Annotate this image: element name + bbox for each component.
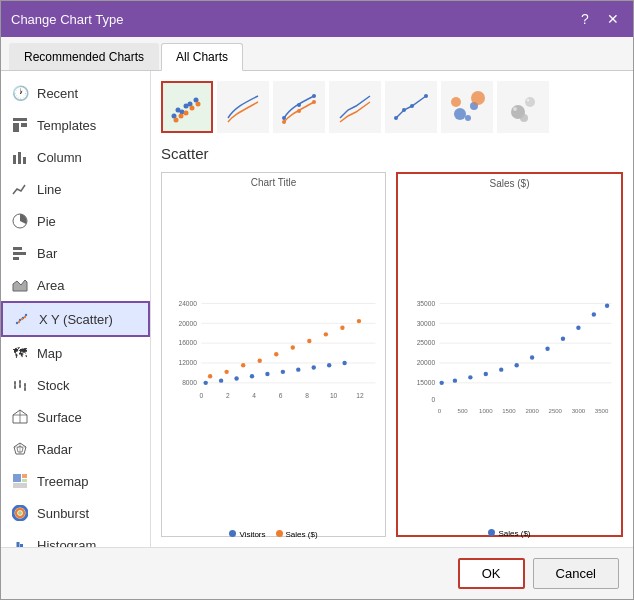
preview-1-title: Chart Title	[166, 177, 381, 188]
help-button[interactable]: ?	[575, 9, 595, 29]
line-icon	[11, 180, 29, 198]
tabs-row: Recommended Charts All Charts	[1, 37, 633, 71]
svg-point-92	[527, 99, 530, 102]
histogram-icon	[11, 536, 29, 547]
svg-point-82	[410, 104, 414, 108]
svg-rect-37	[13, 483, 27, 488]
close-button[interactable]: ✕	[603, 9, 623, 29]
pie-icon	[11, 212, 29, 230]
svg-text:0: 0	[438, 408, 442, 414]
column-icon	[11, 148, 29, 166]
sidebar-item-stock[interactable]: Stock	[1, 369, 150, 401]
bottom-bar: OK Cancel	[1, 547, 633, 599]
svg-text:8000: 8000	[182, 379, 197, 386]
sidebar-item-histogram[interactable]: Histogram	[1, 529, 150, 547]
svg-point-161	[605, 303, 609, 307]
sidebar-label-area: Area	[37, 278, 64, 293]
svg-text:500: 500	[458, 408, 469, 414]
svg-text:20000: 20000	[417, 359, 436, 366]
svg-point-114	[258, 359, 262, 363]
stock-icon	[11, 376, 29, 394]
svg-rect-2	[21, 123, 27, 127]
svg-point-90	[513, 107, 517, 111]
content-area: 🕐 Recent Templates Column Line	[1, 71, 633, 547]
sidebar-item-pie[interactable]: Pie	[1, 205, 150, 237]
svg-text:2500: 2500	[549, 408, 563, 414]
svg-point-72	[190, 106, 195, 111]
sidebar-label-sunburst: Sunburst	[37, 506, 89, 521]
preview-1-svg: 24000 20000 16000 12000 8000 0 2	[166, 190, 381, 525]
svg-rect-4	[18, 152, 21, 164]
svg-point-122	[219, 378, 223, 382]
svg-point-126	[281, 370, 285, 374]
svg-text:1000: 1000	[479, 408, 493, 414]
svg-point-152	[468, 375, 472, 379]
svg-text:25000: 25000	[417, 339, 436, 346]
svg-text:1500: 1500	[502, 408, 516, 414]
tab-recommended[interactable]: Recommended Charts	[9, 43, 159, 70]
sidebar-item-surface[interactable]: Surface	[1, 401, 150, 433]
preview-chart-1[interactable]: Chart Title 24000 20000 16000 12000 8000	[161, 172, 386, 537]
title-bar: Change Chart Type ? ✕	[1, 1, 633, 37]
svg-rect-36	[22, 479, 27, 482]
tab-all-charts[interactable]: All Charts	[161, 43, 243, 71]
chart-icon-bubble[interactable]	[441, 81, 493, 133]
svg-point-154	[499, 367, 503, 371]
svg-text:24000: 24000	[178, 300, 197, 307]
map-icon: 🗺	[11, 344, 29, 362]
svg-point-78	[297, 109, 301, 113]
chart-icon-scatter-straight-lines[interactable]	[329, 81, 381, 133]
svg-point-77	[282, 120, 286, 124]
chart-icon-bubble-3d[interactable]	[497, 81, 549, 133]
svg-point-73	[196, 102, 201, 107]
sidebar-label-stock: Stock	[37, 378, 70, 393]
sidebar-item-templates[interactable]: Templates	[1, 109, 150, 141]
svg-point-116	[291, 345, 295, 349]
sidebar-item-map[interactable]: 🗺 Map	[1, 337, 150, 369]
svg-rect-5	[23, 157, 26, 164]
chart-icon-scatter-smooth-dots[interactable]	[273, 81, 325, 133]
svg-rect-0	[13, 118, 27, 121]
svg-point-155	[514, 363, 518, 367]
svg-rect-1	[13, 123, 19, 132]
svg-point-83	[424, 94, 428, 98]
scatter-section-title: Scatter	[161, 145, 623, 162]
chart-icon-scatter-smooth-lines[interactable]	[217, 81, 269, 133]
sidebar-item-recent[interactable]: 🕐 Recent	[1, 77, 150, 109]
svg-point-117	[307, 339, 311, 343]
svg-point-87	[451, 97, 461, 107]
svg-point-15	[18, 321, 20, 323]
svg-point-93	[520, 114, 528, 122]
bar-icon	[11, 244, 29, 262]
ok-button[interactable]: OK	[458, 558, 525, 589]
cancel-button[interactable]: Cancel	[533, 558, 619, 589]
sidebar-item-column[interactable]: Column	[1, 141, 150, 173]
svg-point-81	[402, 108, 406, 112]
preview-chart-2[interactable]: Sales ($) 35000 30000 25000 20000 15000 …	[396, 172, 623, 537]
svg-text:0: 0	[199, 392, 203, 399]
sidebar-item-radar[interactable]: Radar	[1, 433, 150, 465]
svg-point-113	[241, 363, 245, 367]
sidebar-item-treemap[interactable]: Treemap	[1, 465, 150, 497]
right-panel: Scatter Chart Title 24000 20000 16000 12…	[151, 71, 633, 547]
svg-point-160	[592, 312, 596, 316]
chart-icon-scatter-dots[interactable]	[161, 81, 213, 133]
svg-text:10: 10	[330, 392, 338, 399]
svg-marker-10	[13, 280, 27, 291]
sidebar-label-histogram: Histogram	[37, 538, 96, 548]
sidebar-item-sunburst[interactable]: Sunburst	[1, 497, 150, 529]
svg-text:3500: 3500	[595, 408, 609, 414]
svg-point-159	[576, 326, 580, 330]
sidebar-item-bar[interactable]: Bar	[1, 237, 150, 269]
svg-text:0: 0	[431, 396, 435, 403]
sidebar-item-area[interactable]: Area	[1, 269, 150, 301]
chart-icon-scatter-straight-dots[interactable]	[385, 81, 437, 133]
svg-text:20000: 20000	[178, 320, 197, 327]
preview-2-title: Sales ($)	[402, 178, 617, 189]
sidebar-item-line[interactable]: Line	[1, 173, 150, 205]
svg-rect-8	[13, 252, 26, 255]
sidebar-item-xy-scatter[interactable]: X Y (Scatter)	[1, 301, 150, 337]
recent-icon: 🕐	[11, 84, 29, 102]
sunburst-icon	[11, 504, 29, 522]
svg-text:8: 8	[305, 392, 309, 399]
